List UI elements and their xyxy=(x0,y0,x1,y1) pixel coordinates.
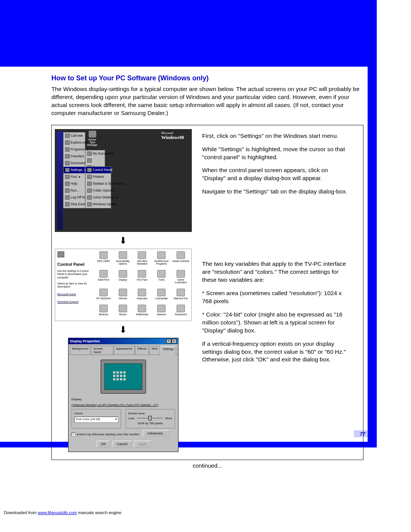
advanced-button[interactable]: Advanced... xyxy=(143,430,169,437)
cp-icon[interactable]: Display xyxy=(114,270,132,286)
windows98-logo: Microsoft Windows98 xyxy=(161,131,184,141)
cp-icon[interactable]: Keyboard xyxy=(133,289,151,302)
instruction-p1: First, click on "Settings" on the Window… xyxy=(202,132,350,140)
sm-item[interactable]: Call ewe xyxy=(64,133,85,139)
control-panel-screenshot: Control Panel Use the settings in Contro… xyxy=(55,249,192,321)
continued-text: continued... xyxy=(51,462,363,469)
cp-icon[interactable]: Adobe Gamma xyxy=(172,251,190,268)
cp-link[interactable]: Technical Support xyxy=(57,300,91,304)
monitor-preview xyxy=(100,359,146,394)
settings-sub-item[interactable]: Windows Update xyxy=(86,201,111,208)
colors-dropdown[interactable]: True Color (24 bit)▾ xyxy=(74,417,118,423)
cp-desc: Use the settings in Control Panel to per… xyxy=(57,270,91,279)
section-heading: How to Set up Your PC Software (Windows … xyxy=(51,74,363,82)
tab-appearance[interactable]: Appearance xyxy=(114,346,135,355)
tab-web[interactable]: Web xyxy=(149,346,160,355)
page-border-right xyxy=(368,0,377,447)
figure-container: Adobe Type Manager Microsoft Windows98 W… xyxy=(51,125,363,460)
sm-item-settings[interactable]: Settings ▸ xyxy=(64,167,85,174)
instruction-p7: * Color: "24-bit" color (might also be e… xyxy=(202,311,350,335)
cp-icon[interactable]: Add/Remove Programs xyxy=(153,251,170,268)
sm-sub-item[interactable]: My Documents xyxy=(86,150,105,157)
sm-item[interactable]: Help xyxy=(64,181,85,187)
cp-icon[interactable]: Fonts xyxy=(153,270,170,286)
instruction-p3: When the control panel screen appears, c… xyxy=(202,166,350,182)
footer: Downloaded from www.Manualslib.com manua… xyxy=(4,510,121,515)
sm-item[interactable]: Favorites ▸ xyxy=(64,153,85,160)
settings-sub-item[interactable]: Active Desktop ▸ xyxy=(86,194,111,201)
sm-item[interactable]: Explore.exe xyxy=(64,139,85,146)
tab-effects[interactable]: Effects xyxy=(135,346,149,355)
instruction-p2: While "Settings" is highlighted, move th… xyxy=(202,145,350,161)
ok-button[interactable]: OK xyxy=(97,441,110,447)
instruction-p4: Navigate to the "Settings" tab on the di… xyxy=(202,188,350,196)
instruction-p8: If a vertical-frequency option exists on… xyxy=(202,340,350,364)
start-menu-sidebar: Windows98 xyxy=(57,131,63,230)
cp-icon[interactable]: Passwords xyxy=(172,305,190,318)
tab-settings[interactable]: Settings xyxy=(161,346,176,355)
start-menu-screenshot: Adobe Type Manager Microsoft Windows98 W… xyxy=(55,129,192,232)
display-label: Display: xyxy=(72,398,175,401)
resolution-value: 1024 by 768 pixels xyxy=(128,422,172,425)
chevron-down-icon: ▾ xyxy=(115,417,117,422)
resolution-slider[interactable] xyxy=(137,418,163,419)
help-button[interactable]: ? xyxy=(166,339,171,343)
adobe-type-manager-icon: Adobe Type Manager xyxy=(87,131,98,146)
window-buttons: ?× xyxy=(166,339,177,343)
dialog-titlebar: Display Properties ?× xyxy=(68,338,178,344)
cp-desc2: Select an item to view its description. xyxy=(57,282,91,289)
control-panel-title: Control Panel xyxy=(57,262,91,267)
footer-link[interactable]: www.Manualslib.com xyxy=(38,510,77,515)
sm-item[interactable]: Find ▸ xyxy=(64,174,85,181)
start-menu-list: Call ewe Explore.exe Programs ▸ Favorite… xyxy=(63,132,85,208)
instruction-p6: * Screen area (sometimes called "resolut… xyxy=(202,289,350,305)
sm-item[interactable]: Shut Down... xyxy=(64,201,85,208)
cancel-button[interactable]: Cancel xyxy=(113,441,132,447)
sm-item[interactable]: Log Off Nced... xyxy=(64,194,85,201)
cp-icon[interactable]: Mail and Fax xyxy=(172,289,190,302)
screen-area-fieldset: Screen area Less More 1024 by 768 pixels xyxy=(126,409,175,428)
cp-link[interactable]: Microsoft Home xyxy=(57,292,91,296)
cp-icon[interactable]: Multimedia xyxy=(133,305,151,318)
cp-icon[interactable]: Accessibility Options xyxy=(114,251,132,268)
sm-item[interactable]: Documents ▸ xyxy=(64,160,85,167)
display-properties-dialog: Display Properties ?× Background Screen … xyxy=(68,338,178,452)
cp-icon[interactable]: Modems xyxy=(95,305,113,318)
cp-icon[interactable]: Mouse xyxy=(114,305,132,318)
cp-icon[interactable]: Network xyxy=(153,305,170,318)
cp-icon[interactable]: Add New Hardware xyxy=(133,251,151,268)
sm-item[interactable]: Programs ▸ xyxy=(64,146,85,153)
settings-submenu: Control Panel Printers Taskbar & Start M… xyxy=(85,166,111,208)
instruction-p5: The two key variables that apply to the … xyxy=(202,260,350,284)
arrow-down-icon: ➡ xyxy=(118,326,129,333)
apply-button[interactable]: Apply xyxy=(134,441,151,447)
page-number: 77 xyxy=(360,431,365,437)
colors-fieldset: Colors True Color (24 bit)▾ xyxy=(72,409,121,428)
settings-sub-item[interactable]: Taskbar & Start Menu... xyxy=(86,181,111,187)
intro-paragraph: The Windows display-settings for a typic… xyxy=(51,85,363,117)
settings-sub-item[interactable]: Printers xyxy=(86,174,111,181)
cp-icon[interactable]: HP JetAdmin xyxy=(95,289,113,302)
cp-icon[interactable]: LiveUpdate xyxy=(153,289,170,302)
cp-icon[interactable]: 32bit ODBC xyxy=(95,251,113,268)
page-border-top xyxy=(0,0,377,67)
cp-icon[interactable]: Game Controllers xyxy=(172,270,190,286)
sm-item[interactable]: Run... xyxy=(64,187,85,194)
tab-background[interactable]: Background xyxy=(70,346,91,355)
sm-sub-item[interactable] xyxy=(86,157,105,164)
dialog-tabs: Background Screen Saver Appearance Effec… xyxy=(68,344,178,355)
display-device: (Unknown Monitor) on ATI Graphics Pro Tu… xyxy=(72,403,175,407)
extend-desktop-checkbox[interactable]: ✓ xyxy=(72,433,75,436)
settings-sub-item[interactable]: Folder Options... xyxy=(86,187,111,194)
extend-desktop-label: Extend my Windows desktop onto this moni… xyxy=(77,433,140,436)
control-panel-icon xyxy=(57,251,64,257)
close-button[interactable]: × xyxy=(172,339,177,343)
arrow-down-icon: ➡ xyxy=(118,236,129,244)
settings-sub-control-panel[interactable]: Control Panel xyxy=(86,167,111,174)
tab-screensaver[interactable]: Screen Saver xyxy=(91,346,113,355)
cp-icon[interactable]: Find Fast xyxy=(133,270,151,286)
cp-icon[interactable]: Internet xyxy=(114,289,132,302)
cp-icon[interactable]: Date/Time xyxy=(95,270,113,286)
